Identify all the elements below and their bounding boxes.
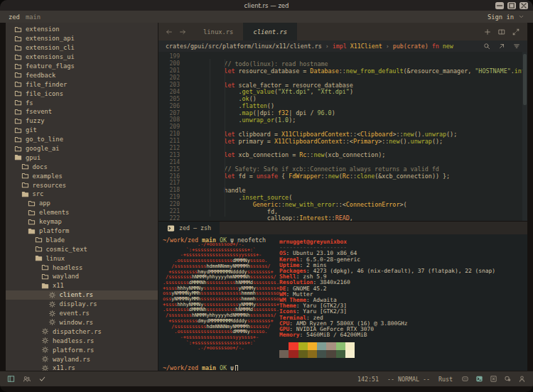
sign-in-button[interactable]: Sign in xyxy=(488,13,514,21)
sidebar-item-feature_flags[interactable]: feature_flags xyxy=(6,62,158,71)
palette-block xyxy=(308,350,317,358)
cursor-position[interactable]: 142:51 xyxy=(357,376,379,383)
code-line: 214 xyxy=(158,158,527,165)
sidebar-item-dispatcher-rs[interactable]: dispatcher.rs xyxy=(6,327,158,336)
palette-block xyxy=(289,342,298,350)
folder-icon xyxy=(28,209,36,217)
sidebar-item-keymap[interactable]: keymap xyxy=(6,217,158,227)
back-button[interactable] xyxy=(166,28,173,36)
terminal-tab[interactable]: zed — zsh xyxy=(158,222,220,234)
code-line: 216 let fd = unsafe { FdWrapper::new(Rc:… xyxy=(158,173,527,180)
sidebar-item-google_ai[interactable]: google_ai xyxy=(6,144,158,153)
sidebar-item-examples[interactable]: examples xyxy=(6,171,158,180)
chevron-down-icon[interactable] xyxy=(518,13,524,20)
diagnostics-check-toggle[interactable] xyxy=(38,375,46,383)
breadcrumb-segment: impl xyxy=(333,43,347,50)
window-maximize-button[interactable] xyxy=(507,2,516,9)
rust-file-icon xyxy=(41,364,49,371)
sidebar-item-linux[interactable]: linux xyxy=(6,254,158,263)
sidebar-item-label: elements xyxy=(39,209,69,216)
split-pane-button[interactable] xyxy=(498,28,505,36)
project-panel[interactable]: extensionextension_apiextension_cliexten… xyxy=(6,23,158,371)
folder-icon xyxy=(14,145,22,153)
palette-block xyxy=(298,342,308,350)
window-close-button[interactable] xyxy=(519,2,528,9)
sidebar-item-elements[interactable]: elements xyxy=(6,208,158,217)
sidebar-item-fuzzy[interactable]: fuzzy xyxy=(6,116,158,126)
sidebar-item-x11-rs[interactable]: x11.rs xyxy=(6,364,158,371)
code-line: 221 fd, xyxy=(158,208,527,215)
sidebar-item-file_finder[interactable]: file_finder xyxy=(6,80,158,89)
sidebar-item-feedback[interactable]: feedback xyxy=(6,70,158,80)
sidebar-item-display-rs[interactable]: display.rs xyxy=(6,300,158,309)
sidebar-item-client-rs[interactable]: client.rs xyxy=(6,290,158,300)
project-panel-toggle[interactable] xyxy=(7,375,15,383)
sidebar-item-extension[interactable]: extension xyxy=(6,25,158,34)
new-button[interactable] xyxy=(484,28,491,36)
collab-panel-icon xyxy=(23,375,31,383)
breadcrumb[interactable]: crates/gpui/src/platform/linux/x11/clien… xyxy=(158,40,527,52)
sidebar-item-docs[interactable]: docs xyxy=(6,162,158,171)
sidebar-item-platform-rs[interactable]: platform.rs xyxy=(6,345,158,354)
folder-icon xyxy=(14,108,22,116)
sidebar-item-extensions_ui[interactable]: extensions_ui xyxy=(6,53,158,62)
editor-scrollbar[interactable] xyxy=(522,52,527,221)
code-line: 218 handle xyxy=(158,187,527,194)
breadcrumb-segment: crates/gpui/src/platform/linux/x11/clien… xyxy=(166,43,322,50)
terminal-panel-toggle[interactable] xyxy=(475,375,483,383)
scrollbar-thumb[interactable] xyxy=(523,54,527,105)
sidebar-item-resources[interactable]: resources xyxy=(6,180,158,190)
code-line: 219 .insert_source( xyxy=(158,194,527,201)
contacts-toggle[interactable] xyxy=(518,375,526,383)
sidebar-item-extension_cli[interactable]: extension_cli xyxy=(6,43,158,53)
vim-mode-indicator[interactable]: -- NORMAL -- xyxy=(387,376,430,383)
assistant-toggle[interactable] xyxy=(490,375,497,383)
code-editor[interactable]: 199200 // todo(linux): read hostname201 … xyxy=(158,52,527,221)
sidebar-item-headless-rs[interactable]: headless.rs xyxy=(6,336,158,345)
sidebar-item-fs[interactable]: fs xyxy=(6,98,158,107)
sidebar-item-go_to_line[interactable]: go_to_line xyxy=(6,135,158,144)
language-selector[interactable]: Rust xyxy=(438,376,453,383)
copilot-toggle[interactable] xyxy=(461,375,469,383)
rust-file-icon xyxy=(48,300,56,308)
sidebar-item-blade[interactable]: blade xyxy=(6,235,158,244)
sidebar-item-x11[interactable]: x11 xyxy=(6,281,158,290)
sidebar-item-src[interactable]: src xyxy=(6,190,158,199)
project-name-button[interactable]: zed xyxy=(9,13,20,21)
tab-linux-rs[interactable]: linux.rs xyxy=(193,23,243,40)
sidebar-item-wayland-rs[interactable]: wayland.rs xyxy=(6,354,158,364)
sidebar-item-window-rs[interactable]: window.rs xyxy=(6,318,158,327)
sidebar-item-fsevent[interactable]: fsevent xyxy=(6,107,158,116)
sidebar-item-headless[interactable]: headless xyxy=(6,263,158,272)
git-branch-button[interactable]: main xyxy=(26,13,41,21)
terminal-output[interactable]: ~/work/zed main OK ψ neofetch .-/+oossss… xyxy=(158,234,527,371)
sidebar-item-extension_api[interactable]: extension_api xyxy=(6,34,158,43)
folder-open-icon xyxy=(14,153,22,161)
sidebar-item-event-rs[interactable]: event.rs xyxy=(6,309,158,318)
screen-share-toggle[interactable] xyxy=(504,375,512,383)
sidebar-item-cosmic_text[interactable]: cosmic_text xyxy=(6,244,158,254)
folder-icon xyxy=(35,236,43,244)
line-number: 209 xyxy=(158,124,180,130)
rust-file-icon xyxy=(41,327,49,335)
collab-panel-toggle[interactable] xyxy=(23,375,31,383)
sidebar-item-file_icons[interactable]: file_icons xyxy=(6,89,158,98)
forward-button[interactable] xyxy=(179,28,186,36)
window-minimize-button[interactable] xyxy=(495,2,504,9)
filter-button[interactable] xyxy=(513,43,520,50)
folder-icon xyxy=(14,26,22,33)
sidebar-item-app[interactable]: app xyxy=(6,199,158,208)
sidebar-item-label: keymap xyxy=(39,218,62,225)
search-button[interactable] xyxy=(483,43,490,50)
line-number: 205 xyxy=(158,96,180,102)
line-number: 214 xyxy=(158,159,180,165)
terminal-cursor xyxy=(235,365,239,371)
zoom-button[interactable] xyxy=(512,28,519,36)
sidebar-item-platform[interactable]: platform xyxy=(6,227,158,236)
sidebar-item-git[interactable]: git xyxy=(6,126,158,135)
sidebar-item-wayland[interactable]: wayland xyxy=(6,272,158,281)
tab-client-rs[interactable]: client.rs xyxy=(243,23,297,40)
go-to-definition-button[interactable] xyxy=(498,43,505,50)
sidebar-item-label: extension_api xyxy=(26,35,75,42)
sidebar-item-gpui[interactable]: gpui xyxy=(6,153,158,162)
